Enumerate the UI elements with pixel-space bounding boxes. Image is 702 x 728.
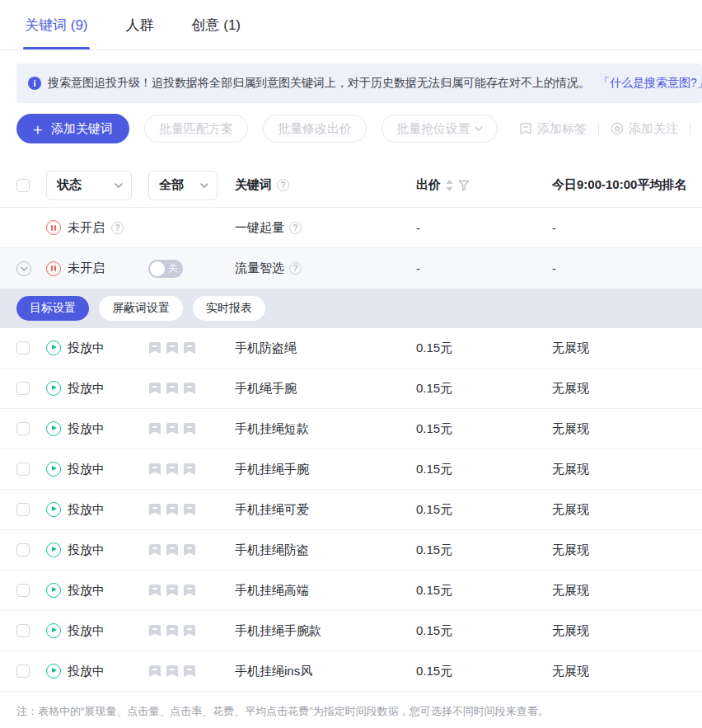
table-row-smart-traffic: 未开启 关 流量智选 ? - -: [0, 248, 702, 289]
tag-icon[interactable]: [148, 422, 161, 435]
keyword-column-header: 关键词: [235, 177, 272, 193]
tab-bar: 关键词 (9) 人群 创意 (1): [0, 0, 702, 50]
collapse-row-icon[interactable]: [16, 261, 31, 276]
rank-value: 无展现: [552, 381, 589, 397]
keyword-text[interactable]: 手机挂绳防盗: [235, 542, 309, 558]
row-checkbox[interactable]: [16, 584, 30, 597]
tag-icon[interactable]: [148, 503, 161, 516]
rank-value: 无展现: [552, 664, 589, 679]
help-icon[interactable]: ?: [277, 179, 289, 191]
select-all-checkbox[interactable]: [16, 179, 30, 192]
row-checkbox[interactable]: [16, 463, 30, 476]
help-icon[interactable]: ?: [289, 222, 302, 234]
keyword-text[interactable]: 手机挂绳可爱: [235, 502, 309, 518]
tag-icon[interactable]: [166, 341, 179, 355]
add-keyword-label: 添加关键词: [51, 121, 113, 137]
keyword-text[interactable]: 手机挂绳高端: [235, 583, 309, 599]
tag-icon[interactable]: [183, 543, 196, 557]
tag-icon[interactable]: [148, 341, 161, 355]
tag-icon[interactable]: [166, 463, 179, 476]
row-checkbox[interactable]: [16, 382, 30, 395]
keyword-text[interactable]: 手机挂绳短款: [235, 421, 309, 437]
goal-settings-button[interactable]: 目标设置: [16, 296, 89, 321]
row-checkbox[interactable]: [16, 543, 30, 557]
row-checkbox[interactable]: [16, 422, 30, 435]
bid-value: -: [416, 261, 420, 275]
batch-match-plan-button[interactable]: 批量匹配方案: [144, 115, 248, 143]
filter-icon[interactable]: [458, 180, 470, 191]
tab-creative-label: 创意 (1): [192, 16, 241, 35]
row-status: 投放中: [68, 583, 105, 599]
tag-icon[interactable]: [183, 382, 196, 395]
what-is-search-intent-link[interactable]: 「什么是搜索意图?」: [598, 76, 702, 91]
rank-value: 无展现: [552, 462, 589, 477]
status-filter-select[interactable]: 状态: [46, 171, 132, 200]
add-tag-button[interactable]: 添加标签: [519, 121, 587, 137]
row-checkbox[interactable]: [16, 341, 30, 355]
add-watch-button[interactable]: 添加关注: [611, 121, 678, 137]
feature-name[interactable]: 流量智选: [235, 261, 284, 276]
tag-icon[interactable]: [148, 584, 161, 597]
tag-icon[interactable]: [183, 584, 196, 597]
help-icon[interactable]: ?: [289, 262, 302, 275]
tag-icon[interactable]: [148, 624, 161, 637]
tag-icon[interactable]: [183, 503, 196, 516]
tag-icon[interactable]: [183, 624, 196, 637]
tag-icon[interactable]: [183, 341, 196, 355]
tag-icon[interactable]: [166, 503, 179, 516]
blocked-words-settings-label: 屏蔽词设置: [112, 301, 170, 316]
tag-icon[interactable]: [148, 463, 161, 476]
blocked-words-settings-button[interactable]: 屏蔽词设置: [99, 296, 183, 321]
row-checkbox[interactable]: [16, 624, 30, 637]
tag-icon[interactable]: [183, 463, 196, 476]
tab-audience-label: 人群: [126, 16, 154, 35]
batch-position-settings-button[interactable]: 批量抢位设置: [381, 115, 498, 143]
tag-icon[interactable]: [148, 543, 161, 557]
chevron-down-icon: [115, 183, 123, 188]
scope-filter-select[interactable]: 全部: [148, 171, 218, 200]
row-status: 投放中: [68, 341, 105, 356]
smart-traffic-toggle-off[interactable]: 关: [148, 260, 183, 278]
tag-icon[interactable]: [183, 665, 196, 678]
tab-audience[interactable]: 人群: [126, 0, 154, 49]
tag-icon[interactable]: [166, 543, 179, 557]
banner-text: 搜索意图追投升级！追投数据将全部归属到意图关键词上，对于历史数据无法归属可能存在…: [48, 76, 590, 91]
status-filter-label: 状态: [57, 177, 82, 193]
tag-icon[interactable]: [166, 624, 179, 637]
feature-name[interactable]: 一键起量: [235, 220, 284, 236]
bid-value: 0.15元: [416, 623, 452, 639]
row-checkbox[interactable]: [16, 665, 30, 678]
table-footnote: 注：表格中的“展现量、点击量、点击率、花费、平均点击花费”为指定时间段数据，您可…: [0, 692, 702, 719]
row-status: 投放中: [68, 623, 105, 639]
tag-icon[interactable]: [166, 665, 179, 678]
keyword-text[interactable]: 手机防盗绳: [235, 341, 297, 356]
tag-icon[interactable]: [166, 422, 179, 435]
keyword-text[interactable]: 手机挂绳手腕款: [235, 623, 321, 639]
keyword-text[interactable]: 手机挂绳手腕: [235, 462, 309, 477]
tag-icon[interactable]: [148, 382, 161, 395]
table-row: 投放中 手机挂绳手腕款 0.15元 无展现: [0, 611, 702, 651]
paused-status-icon: [46, 220, 61, 235]
keyword-text[interactable]: 手机挂绳ins风: [235, 664, 312, 679]
batch-edit-bid-button[interactable]: 批量修改出价: [263, 115, 367, 143]
tab-creative[interactable]: 创意 (1): [192, 0, 241, 49]
realtime-report-button[interactable]: 实时报表: [193, 296, 265, 321]
row-status: 未开启: [68, 261, 105, 276]
add-keyword-button[interactable]: ＋ 添加关键词: [16, 114, 129, 143]
sort-icon[interactable]: [446, 180, 453, 191]
help-icon[interactable]: ?: [111, 222, 124, 234]
rank-value: 无展现: [552, 542, 589, 558]
row-status: 投放中: [68, 542, 105, 558]
plus-icon: ＋: [30, 121, 45, 137]
bid-value: 0.15元: [416, 664, 452, 679]
toolbar-divider: [598, 123, 599, 135]
row-checkbox[interactable]: [16, 503, 30, 516]
tag-icon[interactable]: [166, 382, 179, 395]
tag-icon[interactable]: [183, 422, 196, 435]
tag-icon[interactable]: [148, 665, 161, 678]
tag-icon[interactable]: [166, 584, 179, 597]
tab-keywords[interactable]: 关键词 (9): [25, 0, 88, 49]
tab-keywords-label: 关键词 (9): [25, 16, 88, 35]
realtime-report-label: 实时报表: [206, 301, 252, 316]
keyword-text[interactable]: 手机绳手腕: [235, 381, 297, 397]
